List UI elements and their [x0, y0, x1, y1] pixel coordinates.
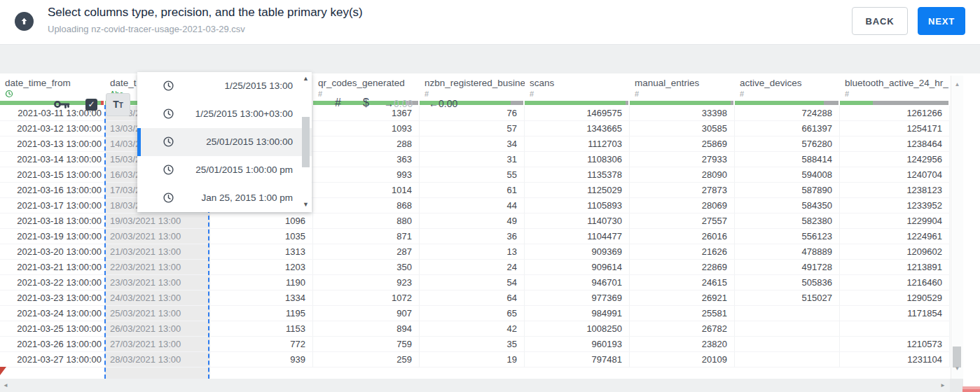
- dropdown-item[interactable]: 1/25/2015 13:00+03:00: [137, 100, 312, 128]
- table-row: 2021-03-24 13:00:0025/03/2021 13:0011959…: [0, 306, 950, 321]
- table-cell: 1290529: [840, 290, 950, 306]
- primary-key-button[interactable]: [53, 98, 71, 113]
- table-cell: 363: [313, 152, 420, 167]
- quality-bar-column: [630, 101, 733, 105]
- table-cell: 2021-03-19 13:00:00: [0, 229, 105, 244]
- include-column-checkbox[interactable]: ✓: [85, 99, 97, 111]
- scrollbar-corner: [950, 379, 963, 392]
- scroll-up-icon[interactable]: ▲: [951, 81, 963, 88]
- table-cell: 1203: [210, 260, 313, 275]
- dropdown-scrollbar-thumb[interactable]: [302, 117, 310, 167]
- column-header[interactable]: bluetooth_active_24_hr_#: [840, 76, 950, 101]
- quality-segment: [873, 101, 949, 105]
- number-type-indicator: #: [530, 90, 534, 98]
- overflow-marker-icon: [0, 367, 6, 375]
- table-cell: 20/03/2021 13:00: [105, 229, 210, 244]
- dropdown-scroll-down-icon[interactable]: ▼: [300, 201, 312, 208]
- text-type-label-small: T: [119, 102, 123, 109]
- table-cell: 2021-03-25 13:00:00: [0, 321, 105, 337]
- column-type-indicator: #: [740, 89, 840, 99]
- vertical-scrollbar[interactable]: ▲ ▼: [951, 76, 963, 379]
- table-cell: 2021-03-27 13:00:00: [0, 352, 105, 368]
- table-cell: 55: [420, 167, 525, 183]
- number-type-button[interactable]: #: [335, 97, 341, 109]
- dropdown-item[interactable]: 1/25/2015 13:00: [137, 72, 312, 100]
- column-header[interactable]: scans#: [525, 76, 630, 101]
- arrow-left-icon: ←: [429, 98, 439, 109]
- scroll-right-icon[interactable]: ►: [940, 382, 946, 388]
- table-cell: 1229904: [840, 214, 950, 229]
- currency-type-button[interactable]: $: [363, 97, 369, 109]
- precision-increase-button[interactable]: →0.00: [384, 98, 413, 109]
- table-cell: 1190: [210, 275, 313, 290]
- quality-bar-column: [840, 101, 948, 105]
- table-cell: 946701: [525, 275, 630, 290]
- table-cell: 661397: [735, 121, 840, 136]
- table-cell: 54: [420, 275, 525, 290]
- table-cell: 2021-03-17 13:00:00: [0, 198, 105, 214]
- text-type-button[interactable]: TT: [106, 93, 130, 116]
- table-cell: 515027: [735, 290, 840, 306]
- column-selection-dash-left: [104, 105, 106, 379]
- table-cell: 57: [420, 121, 525, 136]
- table-cell: 594008: [735, 167, 840, 183]
- dropdown-item[interactable]: 25/01/2015 1:00:00 pm: [137, 156, 312, 184]
- table-cell: 25869: [630, 136, 735, 152]
- scroll-left-icon[interactable]: ◄: [3, 382, 8, 388]
- dropdown-scrollbar[interactable]: ▲ ▼: [300, 72, 312, 212]
- table-cell: 923: [313, 275, 420, 290]
- table-cell: 1238464: [840, 136, 950, 152]
- next-button[interactable]: NEXT: [918, 7, 965, 35]
- table-cell: 977369: [525, 290, 630, 306]
- table-cell: 724288: [735, 106, 840, 121]
- table-cell: 1153: [210, 321, 313, 337]
- table-cell: 1240704: [840, 167, 950, 183]
- table-cell: 26782: [630, 321, 735, 337]
- column-header[interactable]: date_time_from: [0, 76, 105, 101]
- table-cell: 2021-03-20 13:00:00: [0, 244, 105, 260]
- dropdown-item[interactable]: Jan 25, 2015 1:00 pm: [137, 184, 312, 212]
- number-type-indicator: #: [318, 90, 322, 98]
- column-header[interactable]: active_devices#: [735, 76, 840, 101]
- table-cell: 287: [313, 244, 420, 260]
- table-cell: 1209602: [840, 244, 950, 260]
- table-cell: 894: [313, 321, 420, 337]
- precision-decrease-button[interactable]: ←0.00: [429, 98, 457, 109]
- table-row: 2021-03-20 13:00:0021/03/2021 13:0013132…: [0, 244, 950, 260]
- table-cell: 64: [420, 290, 525, 306]
- column-header[interactable]: nzbn_registered_busine#: [420, 76, 525, 101]
- table-cell: 1242956: [840, 152, 950, 167]
- table-cell: 907: [313, 306, 420, 321]
- table-cell: [735, 337, 840, 352]
- vertical-scrollbar-thumb[interactable]: [953, 346, 961, 368]
- column-header[interactable]: manual_entries#: [630, 76, 735, 101]
- quality-segment: [101, 101, 104, 105]
- dropdown-scroll-up-icon[interactable]: ▲: [300, 75, 312, 82]
- table-cell: 1216460: [840, 275, 950, 290]
- table-cell: 22869: [630, 260, 735, 275]
- quality-segment: [840, 101, 873, 105]
- table-cell: 26921: [630, 290, 735, 306]
- table-cell: 13: [420, 244, 525, 260]
- scroll-down-icon[interactable]: ▼: [951, 365, 963, 372]
- table-cell: 25581: [630, 306, 735, 321]
- horizontal-scrollbar[interactable]: ◄ ►: [0, 379, 950, 392]
- clock-type-icon: [5, 90, 13, 98]
- quality-segment: [511, 101, 523, 105]
- key-icon: [53, 98, 71, 111]
- table-cell: 2021-03-16 13:00:00: [0, 183, 105, 198]
- back-button[interactable]: BACK: [852, 7, 908, 35]
- clock-icon: [163, 136, 174, 148]
- quality-segment: [525, 101, 626, 105]
- table-cell: 20109: [630, 352, 735, 368]
- table-cell: 1093: [313, 121, 420, 136]
- page-header: Select columns type, precision, and the …: [0, 0, 980, 44]
- table-cell: 2021-03-15 13:00:00: [0, 167, 105, 183]
- number-type-indicator: #: [845, 90, 849, 98]
- table-cell: 49: [420, 214, 525, 229]
- dropdown-item[interactable]: 25/01/2015 13:00:00: [137, 128, 312, 156]
- table-cell: 28069: [630, 198, 735, 214]
- table-cell: 65: [420, 306, 525, 321]
- precision-increase-value: 0.00: [394, 98, 413, 109]
- column-type-indicator: #: [845, 89, 950, 99]
